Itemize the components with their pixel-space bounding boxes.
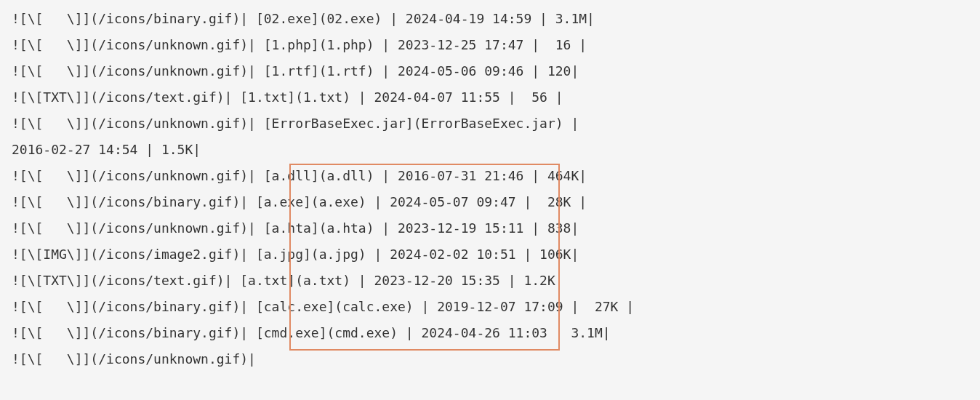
listing-row: ![\[ \]](/icons/unknown.gif)| [ErrorBase… — [12, 116, 579, 157]
listing-row: ![\[TXT\]](/icons/text.gif)| [1.txt](1.t… — [12, 89, 563, 105]
listing-row: ![\[ \]](/icons/binary.gif)| [02.exe](02… — [12, 11, 595, 26]
listing-row: ![\[ \]](/icons/binary.gif)| [a.exe](a.e… — [12, 194, 587, 209]
listing-row: ![\[ \]](/icons/binary.gif)| [calc.exe](… — [12, 299, 634, 314]
listing-row: ![\[IMG\]](/icons/image2.gif)| [a.jpg](a… — [12, 247, 579, 262]
listing-row: ![\[ \]](/icons/unknown.gif)| [1.php](1.… — [12, 37, 587, 52]
listing-row: ![\[TXT\]](/icons/text.gif)| [a.txt](a.t… — [12, 273, 563, 288]
listing-row: ![\[ \]](/icons/unknown.gif)| [1.rtf](1.… — [12, 63, 579, 79]
listing-row: ![\[ \]](/icons/unknown.gif)| [a.hta](a.… — [12, 220, 579, 236]
listing-row: ![\[ \]](/icons/unknown.gif)| — [12, 351, 256, 367]
directory-listing: ![\[ \]](/icons/binary.gif)| [02.exe](02… — [0, 0, 980, 378]
listing-row: ![\[ \]](/icons/unknown.gif)| [a.dll](a.… — [12, 168, 587, 183]
listing-row: ![\[ \]](/icons/binary.gif)| [cmd.exe](c… — [12, 325, 611, 340]
